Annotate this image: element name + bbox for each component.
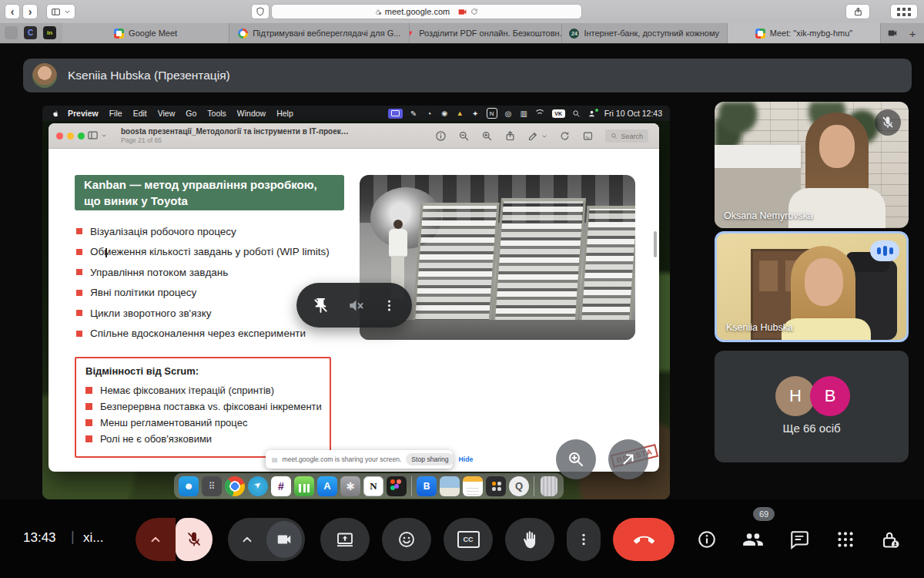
chrome-dock-icon[interactable] <box>225 476 245 496</box>
tab-google-meet[interactable]: Google Meet <box>62 23 229 43</box>
slack-dock-icon[interactable] <box>271 476 291 496</box>
camera-toggle-button[interactable] <box>266 521 302 558</box>
mic-mute-button[interactable] <box>176 518 213 561</box>
tab-overview-button[interactable] <box>890 4 918 19</box>
menu-tools[interactable]: Tools <box>207 109 226 118</box>
quicktime-dock-icon[interactable] <box>509 476 529 496</box>
host-controls-button[interactable] <box>878 527 902 552</box>
scrollbar-thumb[interactable] <box>654 231 657 257</box>
close-window-icon[interactable] <box>56 133 63 139</box>
share-button[interactable] <box>845 4 870 19</box>
pinned-tab-1[interactable] <box>5 26 18 39</box>
timer-icon[interactable] <box>425 107 434 119</box>
record-icon[interactable] <box>504 107 513 119</box>
tab-split-pdf[interactable]: ♥ Розділити PDF онлайн. Безкоштовн... <box>410 23 561 43</box>
search-placeholder: Search <box>621 133 643 140</box>
preview-title-bar[interactable]: boosta презентації_Методології та інстру… <box>49 123 659 149</box>
preview-search-field[interactable]: Search <box>605 129 648 143</box>
battery-alert-icon[interactable] <box>456 107 464 119</box>
menu-view[interactable]: View <box>158 109 176 118</box>
notion-dock-icon[interactable] <box>363 476 383 496</box>
unpin-icon[interactable] <box>312 297 330 314</box>
settings-dock-icon[interactable] <box>340 476 360 496</box>
stop-sharing-button[interactable]: Stop sharing <box>406 453 454 465</box>
zoom-out-icon[interactable] <box>458 130 470 142</box>
more-options-button[interactable] <box>567 518 601 561</box>
zoom-in-icon[interactable] <box>481 130 493 142</box>
launchpad-dock-icon[interactable] <box>202 476 222 496</box>
finder-dock-icon[interactable] <box>179 476 199 496</box>
participant-tile-kseniia[interactable]: Kseniia Hubska <box>715 231 909 342</box>
rotate-icon[interactable] <box>559 130 571 142</box>
share-icon[interactable] <box>504 130 516 142</box>
minimize-window-icon[interactable] <box>67 133 74 139</box>
screen-mirroring-icon[interactable] <box>388 109 403 119</box>
tab-supported-browsers[interactable]: Підтримувані вебпереглядачі для G... <box>229 23 410 43</box>
document-title-block: boosta презентації_Методології та інстру… <box>121 127 352 144</box>
meeting-details-button[interactable] <box>695 527 719 552</box>
browser-forward-button[interactable]: › <box>22 4 38 19</box>
shortcuts-icon[interactable] <box>471 107 480 119</box>
tab-camera-indicator-icon <box>887 28 898 39</box>
numbers-dock-icon[interactable] <box>294 476 314 496</box>
activities-button[interactable] <box>833 527 858 552</box>
sidebar-toggle-button[interactable] <box>46 4 75 19</box>
calculator-dock-icon[interactable] <box>486 476 506 496</box>
bluetooth-dock-icon[interactable] <box>417 476 437 496</box>
more-options-icon[interactable] <box>382 298 397 313</box>
camera-options-chevron[interactable] <box>228 518 266 561</box>
wifi-icon[interactable] <box>535 109 545 117</box>
notes-dock-icon[interactable] <box>463 476 483 496</box>
captions-button[interactable]: CC <box>444 518 493 561</box>
bullet-square-icon <box>76 269 82 275</box>
preview-dock-icon[interactable] <box>440 476 460 496</box>
browser-back-button[interactable]: ‹ <box>5 4 20 19</box>
bullet-square-icon <box>85 419 92 426</box>
preview-sidebar-button[interactable] <box>87 129 107 141</box>
notion-status-icon[interactable] <box>487 108 497 119</box>
menu-help[interactable]: Help <box>276 109 293 118</box>
present-screen-button[interactable] <box>320 518 370 561</box>
menu-window[interactable]: Window <box>237 109 266 118</box>
menu-file[interactable]: File <box>109 109 122 118</box>
hide-banner-link[interactable]: Hide <box>459 455 474 463</box>
location-icon[interactable] <box>440 107 449 119</box>
markup-button[interactable] <box>527 130 547 142</box>
address-bar[interactable]: meet.google.com <box>271 4 582 19</box>
keyboard-icon[interactable] <box>520 107 528 119</box>
vk-badge[interactable]: VK <box>552 109 565 118</box>
expand-button[interactable] <box>608 439 648 479</box>
menu-go[interactable]: Go <box>186 109 196 118</box>
info-icon[interactable] <box>435 130 447 142</box>
menu-edit[interactable]: Edit <box>133 109 147 118</box>
mic-options-chevron[interactable] <box>136 518 176 561</box>
tab-internet-bank[interactable]: 24 Інтернет-банк, доступний кожному <box>562 23 728 43</box>
participants-button[interactable] <box>741 527 765 552</box>
pinned-tab-3[interactable]: in <box>43 26 56 39</box>
shared-screen[interactable]: Preview File Edit View Go Tools Window H… <box>42 106 670 499</box>
reload-icon[interactable] <box>470 8 478 15</box>
ink-icon[interactable] <box>410 107 418 119</box>
account-icon[interactable] <box>588 107 596 119</box>
trash-dock-icon[interactable] <box>541 476 557 496</box>
magnify-button[interactable] <box>556 439 596 479</box>
box-title: Відмінності від Scrum: <box>85 365 330 377</box>
telegram-dock-icon[interactable] <box>248 476 268 496</box>
appstore-dock-icon[interactable] <box>317 476 337 496</box>
zoom-window-icon[interactable] <box>78 133 85 139</box>
more-participants-tile[interactable]: H B Ще 66 осіб <box>715 351 909 462</box>
chat-button[interactable] <box>787 527 812 552</box>
raise-hand-button[interactable] <box>505 518 554 561</box>
signature-icon[interactable] <box>582 130 594 142</box>
spotlight-icon[interactable] <box>572 109 581 118</box>
audio-muted-icon[interactable] <box>347 297 365 314</box>
menu-app-name[interactable]: Preview <box>68 109 99 118</box>
figma-dock-icon[interactable] <box>387 476 407 496</box>
leave-call-button[interactable] <box>613 518 675 561</box>
new-tab-button[interactable]: + <box>901 23 924 43</box>
tab-meet-active[interactable]: Meet: "xik-mybg-hmu" <box>728 23 881 43</box>
pinned-tab-2[interactable]: C <box>24 26 37 39</box>
reactions-button[interactable] <box>382 518 431 561</box>
privacy-shield-button[interactable] <box>251 4 270 19</box>
participant-tile-oksana[interactable]: Oksana Nemyrovska <box>715 102 909 228</box>
